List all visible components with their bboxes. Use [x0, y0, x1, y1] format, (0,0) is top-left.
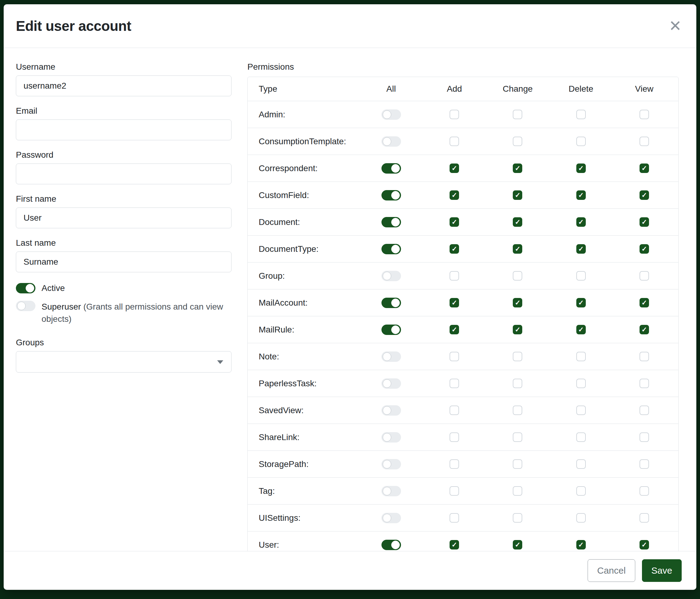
permission-checkbox-change[interactable] — [513, 352, 522, 361]
permission-checkbox-change[interactable]: ✓ — [513, 217, 522, 227]
permission-checkbox-view[interactable] — [640, 137, 649, 146]
permission-checkbox-change[interactable] — [513, 137, 522, 146]
permission-checkbox-view[interactable]: ✓ — [640, 190, 649, 200]
permission-checkbox-add[interactable]: ✓ — [450, 298, 459, 308]
permission-all-toggle[interactable] — [381, 540, 401, 550]
permission-row: ConsumptionTemplate: — [248, 128, 678, 155]
permission-checkbox-change[interactable] — [513, 271, 522, 281]
permission-checkbox-delete[interactable] — [576, 486, 586, 496]
permission-checkbox-add[interactable] — [450, 271, 459, 281]
permission-checkbox-change[interactable] — [513, 513, 522, 523]
username-input[interactable] — [16, 75, 231, 96]
permission-checkbox-delete[interactable]: ✓ — [576, 325, 586, 334]
permission-checkbox-add[interactable] — [450, 110, 459, 119]
email-input[interactable] — [16, 119, 231, 140]
permission-all-toggle[interactable] — [381, 325, 401, 335]
permission-checkbox-change[interactable]: ✓ — [513, 190, 522, 200]
permission-checkbox-change[interactable]: ✓ — [513, 325, 522, 334]
password-input[interactable] — [16, 164, 231, 184]
permission-checkbox-add[interactable] — [450, 406, 459, 415]
permission-checkbox-change[interactable] — [513, 432, 522, 442]
permission-all-toggle[interactable] — [381, 271, 401, 281]
permission-all-toggle[interactable] — [381, 244, 401, 254]
permission-checkbox-delete[interactable]: ✓ — [576, 298, 586, 308]
close-button[interactable]: ✕ — [669, 18, 682, 33]
permission-checkbox-add[interactable]: ✓ — [450, 325, 459, 334]
permission-checkbox-add[interactable] — [450, 379, 459, 388]
permission-all-toggle[interactable] — [381, 163, 401, 174]
permission-checkbox-add[interactable] — [450, 486, 459, 496]
permission-checkbox-delete[interactable] — [576, 406, 586, 415]
permission-all-toggle[interactable] — [381, 136, 401, 147]
permission-checkbox-delete[interactable] — [576, 137, 586, 146]
permission-checkbox-delete[interactable]: ✓ — [576, 244, 586, 254]
permission-checkbox-view[interactable]: ✓ — [640, 217, 649, 227]
superuser-toggle[interactable] — [16, 301, 35, 311]
permission-checkbox-view[interactable] — [640, 271, 649, 281]
permission-checkbox-delete[interactable]: ✓ — [576, 217, 586, 227]
permission-checkbox-change[interactable]: ✓ — [513, 244, 522, 254]
permission-checkbox-add[interactable] — [450, 137, 459, 146]
permission-checkbox-change[interactable] — [513, 379, 522, 388]
permission-checkbox-add[interactable] — [450, 432, 459, 442]
permission-checkbox-delete[interactable]: ✓ — [576, 164, 586, 173]
permission-checkbox-add[interactable] — [450, 513, 459, 523]
permission-checkbox-change[interactable]: ✓ — [513, 164, 522, 173]
permission-all-toggle[interactable] — [381, 378, 401, 389]
first-name-input[interactable] — [16, 208, 231, 228]
permission-checkbox-view[interactable] — [640, 513, 649, 523]
cancel-button[interactable]: Cancel — [588, 559, 635, 582]
permission-all-toggle[interactable] — [381, 217, 401, 227]
permission-checkbox-view[interactable]: ✓ — [640, 244, 649, 254]
permission-checkbox-view[interactable]: ✓ — [640, 540, 649, 550]
permission-checkbox-delete[interactable] — [576, 432, 586, 442]
permission-checkbox-view[interactable] — [640, 459, 649, 469]
permission-all-toggle[interactable] — [381, 405, 401, 416]
permission-checkbox-delete[interactable] — [576, 513, 586, 523]
permission-checkbox-view[interactable] — [640, 486, 649, 496]
permission-checkbox-add[interactable]: ✓ — [450, 190, 459, 200]
permission-checkbox-delete[interactable] — [576, 379, 586, 388]
permission-all-toggle[interactable] — [381, 190, 401, 200]
permission-checkbox-view[interactable]: ✓ — [640, 298, 649, 308]
permission-checkbox-add[interactable] — [450, 459, 459, 469]
permission-checkbox-view[interactable]: ✓ — [640, 325, 649, 334]
permission-checkbox-add[interactable]: ✓ — [450, 164, 459, 173]
save-button[interactable]: Save — [642, 559, 682, 582]
active-toggle[interactable] — [16, 283, 35, 293]
permission-checkbox-delete[interactable] — [576, 352, 586, 361]
permission-checkbox-add[interactable]: ✓ — [450, 217, 459, 227]
permission-all-toggle[interactable] — [381, 486, 401, 496]
permission-checkbox-delete[interactable]: ✓ — [576, 540, 586, 550]
permission-checkbox-view[interactable]: ✓ — [640, 164, 649, 173]
permission-cell-add — [423, 486, 486, 496]
permission-checkbox-change[interactable] — [513, 110, 522, 119]
permission-all-toggle[interactable] — [381, 352, 401, 362]
permission-checkbox-view[interactable] — [640, 379, 649, 388]
permission-checkbox-delete[interactable] — [576, 110, 586, 119]
toggle-knob — [383, 514, 391, 522]
permission-all-toggle[interactable] — [381, 459, 401, 470]
permission-all-toggle[interactable] — [381, 110, 401, 120]
last-name-input[interactable] — [16, 251, 231, 272]
permission-checkbox-add[interactable]: ✓ — [450, 244, 459, 254]
permission-checkbox-delete[interactable] — [576, 271, 586, 281]
permission-checkbox-view[interactable] — [640, 406, 649, 415]
permission-checkbox-change[interactable] — [513, 406, 522, 415]
permission-type-label: PaperlessTask: — [259, 379, 359, 388]
permission-checkbox-add[interactable]: ✓ — [450, 540, 459, 550]
permission-all-toggle[interactable] — [381, 513, 401, 523]
permission-checkbox-change[interactable] — [513, 459, 522, 469]
permission-checkbox-add[interactable] — [450, 352, 459, 361]
permission-checkbox-delete[interactable]: ✓ — [576, 190, 586, 200]
permission-checkbox-view[interactable] — [640, 432, 649, 442]
permission-checkbox-delete[interactable] — [576, 459, 586, 469]
permission-checkbox-change[interactable]: ✓ — [513, 298, 522, 308]
permission-all-toggle[interactable] — [381, 432, 401, 442]
permission-checkbox-change[interactable]: ✓ — [513, 540, 522, 550]
permission-checkbox-view[interactable] — [640, 352, 649, 361]
groups-select[interactable] — [16, 351, 231, 373]
permission-checkbox-view[interactable] — [640, 110, 649, 119]
permission-all-toggle[interactable] — [381, 298, 401, 308]
permission-checkbox-change[interactable] — [513, 486, 522, 496]
